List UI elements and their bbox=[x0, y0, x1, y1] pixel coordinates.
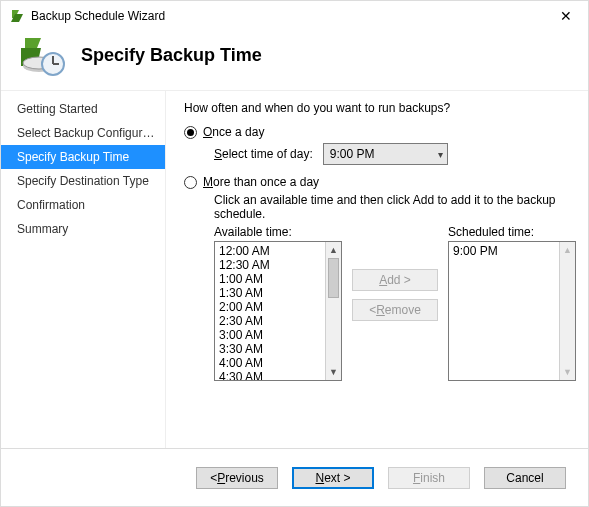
scroll-thumb[interactable] bbox=[328, 258, 339, 298]
previous-button[interactable]: < Previous bbox=[196, 467, 278, 489]
nav-getting-started[interactable]: Getting Started bbox=[1, 97, 165, 121]
wizard-icon bbox=[19, 36, 67, 74]
radio-icon bbox=[184, 126, 197, 139]
list-item[interactable]: 12:00 AM bbox=[219, 244, 321, 258]
nav-select-backup-config[interactable]: Select Backup Configurat... bbox=[1, 121, 165, 145]
radio-more-than-once[interactable]: More than once a day bbox=[184, 175, 576, 189]
nav-confirmation[interactable]: Confirmation bbox=[1, 193, 165, 217]
finish-button: Finish bbox=[388, 467, 470, 489]
add-button[interactable]: Add > bbox=[352, 269, 438, 291]
nav-summary[interactable]: Summary bbox=[1, 217, 165, 241]
list-item[interactable]: 1:00 AM bbox=[219, 272, 321, 286]
cancel-button[interactable]: Cancel bbox=[484, 467, 566, 489]
radio-once-a-day[interactable]: Once a day bbox=[184, 125, 576, 139]
available-time-label: Available time: bbox=[214, 225, 342, 239]
radio-multi-label: More than once a day bbox=[203, 175, 319, 189]
list-item[interactable]: 4:00 AM bbox=[219, 356, 321, 370]
list-item[interactable]: 9:00 PM bbox=[453, 244, 555, 258]
scrollbar: ▲ ▼ bbox=[559, 242, 575, 380]
time-of-day-combo[interactable]: 9:00 PM ▾ bbox=[323, 143, 448, 165]
titlebar: Backup Schedule Wizard ✕ bbox=[1, 0, 588, 30]
nav-specify-backup-time[interactable]: Specify Backup Time bbox=[1, 145, 165, 169]
header: Specify Backup Time bbox=[1, 30, 588, 91]
time-lists: Available time: 12:00 AM 12:30 AM 1:00 A… bbox=[214, 225, 576, 381]
page-heading: Specify Backup Time bbox=[81, 45, 262, 66]
available-time-items: 12:00 AM 12:30 AM 1:00 AM 1:30 AM 2:00 A… bbox=[215, 242, 325, 380]
prompt-text: How often and when do you want to run ba… bbox=[184, 101, 576, 115]
next-button[interactable]: Next > bbox=[292, 467, 374, 489]
scroll-down-icon: ▼ bbox=[560, 364, 575, 380]
scrollbar[interactable]: ▲ ▼ bbox=[325, 242, 341, 380]
list-item[interactable]: 4:30 AM bbox=[219, 370, 321, 380]
scroll-up-icon[interactable]: ▲ bbox=[326, 242, 341, 258]
radio-icon bbox=[184, 176, 197, 189]
list-item[interactable]: 12:30 AM bbox=[219, 258, 321, 272]
scroll-track[interactable] bbox=[326, 298, 341, 364]
nav-specify-destination-type[interactable]: Specify Destination Type bbox=[1, 169, 165, 193]
remove-button[interactable]: < Remove bbox=[352, 299, 438, 321]
available-time-listbox[interactable]: 12:00 AM 12:30 AM 1:00 AM 1:30 AM 2:00 A… bbox=[214, 241, 342, 381]
select-time-row: Select time of day: 9:00 PM ▾ bbox=[214, 143, 576, 165]
scheduled-time-label: Scheduled time: bbox=[448, 225, 576, 239]
select-time-label: Select time of day: bbox=[214, 147, 313, 161]
scroll-track bbox=[560, 258, 575, 364]
list-item[interactable]: 3:30 AM bbox=[219, 342, 321, 356]
multi-instruction: Click an available time and then click A… bbox=[214, 193, 576, 221]
close-button[interactable]: ✕ bbox=[543, 1, 588, 31]
window-title: Backup Schedule Wizard bbox=[31, 9, 537, 23]
scheduled-time-listbox[interactable]: 9:00 PM ▲ ▼ bbox=[448, 241, 576, 381]
radio-once-label: Once a day bbox=[203, 125, 264, 139]
scroll-up-icon: ▲ bbox=[560, 242, 575, 258]
list-item[interactable]: 2:30 AM bbox=[219, 314, 321, 328]
scroll-down-icon[interactable]: ▼ bbox=[326, 364, 341, 380]
add-remove-buttons: Add > < Remove bbox=[352, 225, 438, 365]
body: Getting Started Select Backup Configurat… bbox=[1, 91, 588, 448]
chevron-down-icon: ▾ bbox=[438, 149, 443, 160]
time-of-day-value: 9:00 PM bbox=[330, 147, 375, 161]
content: How often and when do you want to run ba… bbox=[166, 91, 588, 448]
footer: < Previous Next > Finish Cancel bbox=[1, 448, 588, 506]
app-icon bbox=[9, 8, 25, 24]
dialog: Backup Schedule Wizard ✕ Specify Backup … bbox=[0, 0, 589, 507]
wizard-nav: Getting Started Select Backup Configurat… bbox=[1, 91, 166, 448]
list-item[interactable]: 2:00 AM bbox=[219, 300, 321, 314]
list-item[interactable]: 1:30 AM bbox=[219, 286, 321, 300]
list-item[interactable]: 3:00 AM bbox=[219, 328, 321, 342]
scheduled-time-items: 9:00 PM bbox=[449, 242, 559, 380]
